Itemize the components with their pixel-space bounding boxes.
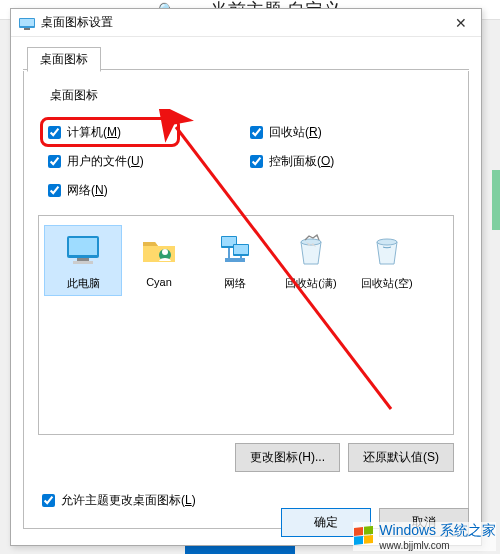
restore-default-button[interactable]: 还原默认值(S) [348,443,454,472]
tab-desktop-icons[interactable]: 桌面图标 [27,47,101,72]
icon-recycle-empty[interactable]: 回收站(空) [349,226,425,295]
icon-this-pc[interactable]: 此电脑 [45,226,121,295]
watermark: Windows 系统之家 www.bjjmlv.com [353,522,496,551]
watermark-url: www.bjjmlv.com [379,540,496,551]
desktop-icon-checkboxes: 计算机(M) 回收站(R) 用户的文件(U) [38,112,454,207]
svg-rect-1 [20,19,34,26]
svg-point-8 [162,249,168,255]
group-label-desktop-icons: 桌面图标 [50,88,98,102]
svg-rect-4 [69,238,97,255]
checkbox-allow-theme-label: 允许主题更改桌面图标(L) [61,492,196,509]
svg-rect-19 [354,526,363,535]
checkbox-computer[interactable]: 计算机(M) [44,118,246,147]
titlebar: 桌面图标设置 ✕ [11,9,481,37]
dialog-app-icon [19,16,35,30]
icon-network[interactable]: 网络 [197,226,273,295]
recycle-empty-icon [367,230,407,270]
icon-preview-panel: 此电脑 Cyan 网络 [38,215,454,435]
bg-accent-stripe [492,170,500,230]
checkbox-userfiles-label: 用户的文件(U) [67,153,144,170]
checkbox-computer-input[interactable] [48,126,61,139]
close-button[interactable]: ✕ [449,15,473,31]
icon-network-label: 网络 [224,276,246,291]
svg-rect-20 [364,526,373,535]
icon-recycle-empty-label: 回收站(空) [361,276,412,291]
checkbox-control-label: 控制面板(O) [269,153,334,170]
svg-rect-2 [24,28,30,30]
svg-point-16 [301,239,321,245]
desktop-icon-settings-dialog: 桌面图标设置 ✕ 桌面图标 桌面图标 计算机(M) [10,8,482,546]
user-folder-icon [139,230,179,270]
windows-logo-icon [353,526,375,548]
checkbox-recycle-label: 回收站(R) [269,124,322,141]
watermark-title: Windows 系统之家 [379,522,496,540]
tab-page: 桌面图标 计算机(M) 回收站(R) [23,71,469,529]
checkbox-user-files[interactable]: 用户的文件(U) [44,147,246,176]
checkbox-userfiles-input[interactable] [48,155,61,168]
checkbox-network-input[interactable] [48,184,61,197]
recycle-full-icon [291,230,331,270]
network-icon [215,230,255,270]
svg-rect-21 [354,535,363,544]
checkbox-computer-label: 计算机(M) [67,124,121,141]
svg-point-17 [377,239,397,245]
svg-rect-22 [364,534,373,543]
icon-user-folder-label: Cyan [146,276,172,288]
svg-rect-13 [225,258,245,262]
icon-user-folder[interactable]: Cyan [121,226,197,292]
tabstrip: 桌面图标 [23,47,469,71]
checkbox-control-input[interactable] [250,155,263,168]
checkbox-control-panel[interactable]: 控制面板(O) [246,147,448,176]
checkbox-recycle-input[interactable] [250,126,263,139]
checkbox-network[interactable]: 网络(N) [44,176,246,205]
checkbox-network-label: 网络(N) [67,182,108,199]
dialog-title: 桌面图标设置 [41,14,449,31]
icon-recycle-full[interactable]: 回收站(满) [273,226,349,295]
checkbox-recycle-bin[interactable]: 回收站(R) [246,118,448,147]
change-icon-button[interactable]: 更改图标(H)... [235,443,340,472]
icon-this-pc-label: 此电脑 [67,276,100,291]
monitor-icon [63,230,103,270]
svg-rect-6 [73,261,93,264]
svg-rect-12 [234,245,248,254]
svg-rect-5 [77,258,89,261]
icon-recycle-full-label: 回收站(满) [285,276,336,291]
checkbox-allow-theme-input[interactable] [42,494,55,507]
